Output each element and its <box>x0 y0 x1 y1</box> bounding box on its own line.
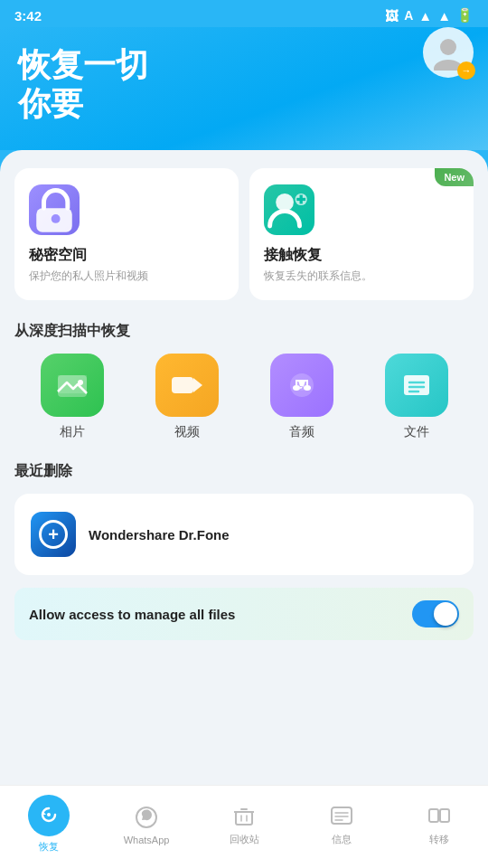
secret-space-icon-wrapper <box>29 184 224 235</box>
contact-restore-icon-wrapper <box>264 184 459 235</box>
status-time: 3:42 <box>14 8 42 24</box>
photos-label: 相片 <box>60 424 85 440</box>
drfone-info: Wondershare Dr.Fone <box>89 527 457 542</box>
restore-icon <box>38 805 60 826</box>
headline-line1: 恢复一切 <box>18 45 470 84</box>
nav-label-whatsapp: WhatsApp <box>124 835 170 845</box>
a-icon: A <box>404 8 413 23</box>
cards-row: 秘密空间 保护您的私人照片和视频 New 接触恢复 恢复丢失的联系信息。 <box>14 168 474 300</box>
status-bar: 3:42 🖼 A ▲ ▲ 🔋 <box>0 0 488 27</box>
audio-label: 音频 <box>289 424 314 440</box>
nav-item-restore[interactable]: 恢复 <box>22 795 76 854</box>
audio-icon-box: ♪ <box>270 354 333 417</box>
avatar-badge <box>457 61 475 80</box>
nav-label-transfer: 转移 <box>429 833 449 846</box>
svg-text:♪: ♪ <box>298 377 305 392</box>
video-icon <box>170 368 204 402</box>
headline-line2: 你要 <box>18 84 470 123</box>
messages-icon <box>328 802 355 829</box>
grid-item-audio[interactable]: ♪ 音频 <box>270 354 333 440</box>
grid-item-files[interactable]: 文件 <box>385 354 448 440</box>
secret-space-subtitle: 保护您的私人照片和视频 <box>29 269 224 284</box>
header: 恢复一切 你要 <box>0 27 488 150</box>
svg-point-4 <box>276 193 294 212</box>
secret-space-card[interactable]: 秘密空间 保护您的私人照片和视频 <box>14 168 239 300</box>
svg-point-0 <box>440 39 456 55</box>
svg-rect-29 <box>332 807 352 824</box>
nav-item-recycle[interactable]: 回收站 <box>217 802 271 846</box>
status-icons: 🖼 A ▲ ▲ 🔋 <box>385 7 474 24</box>
audio-icon: ♪ <box>285 368 319 402</box>
contact-restore-card[interactable]: New 接触恢复 恢复丢失的联系信息。 <box>249 168 474 300</box>
signal-icon: ▲ <box>437 8 451 24</box>
video-label: 视频 <box>174 424 200 440</box>
recycle-icon <box>230 802 258 829</box>
drfone-logo-inner <box>39 520 68 549</box>
nav-label-messages: 信息 <box>332 833 352 846</box>
drfone-logo <box>31 512 76 557</box>
drfone-card: Wondershare Dr.Fone <box>14 494 474 575</box>
recently-deleted-title: 最近删除 <box>14 462 474 481</box>
avatar-container[interactable] <box>423 27 474 78</box>
nav-label-restore: 恢复 <box>39 840 59 854</box>
permission-row: Allow access to manage all files <box>14 588 474 640</box>
photos-icon <box>55 368 89 402</box>
files-icon-box <box>385 354 448 417</box>
svg-marker-11 <box>193 378 202 392</box>
deep-scan-title: 从深度扫描中恢复 <box>14 322 474 341</box>
files-label: 文件 <box>404 424 429 440</box>
svg-point-3 <box>52 214 61 223</box>
contact-restore-subtitle: 恢复丢失的联系信息。 <box>264 269 459 284</box>
main-content: 秘密空间 保护您的私人照片和视频 New 接触恢复 恢复丢失的联系信息。 <box>0 150 488 801</box>
nav-label-recycle: 回收站 <box>230 833 259 846</box>
lock-icon <box>29 184 80 235</box>
files-icon <box>399 368 434 402</box>
nav-item-whatsapp[interactable]: WhatsApp <box>119 804 174 845</box>
svg-rect-34 <box>440 809 449 822</box>
nav-item-transfer[interactable]: 转移 <box>412 802 466 846</box>
grid-item-video[interactable]: 视频 <box>155 354 219 440</box>
permission-toggle[interactable] <box>412 600 459 627</box>
permission-text: Allow access to manage all files <box>29 607 412 622</box>
new-badge: New <box>435 168 474 186</box>
svg-rect-24 <box>236 812 252 825</box>
contact-icon <box>264 184 314 235</box>
drfone-name: Wondershare Dr.Fone <box>89 527 457 542</box>
battery-icon: 🔋 <box>456 7 474 24</box>
nav-item-messages[interactable]: 信息 <box>314 802 369 846</box>
restore-icon-bg <box>28 795 70 836</box>
photos-icon-box <box>41 354 104 417</box>
transfer-icon <box>426 802 453 829</box>
headline: 恢复一切 你要 <box>18 45 470 123</box>
svg-point-22 <box>47 813 51 816</box>
wifi-icon: ▲ <box>418 8 432 24</box>
whatsapp-icon <box>133 804 160 831</box>
avatar[interactable] <box>423 27 474 78</box>
recently-deleted-section: 最近删除 Wondershare Dr.Fone Allow access to… <box>14 462 474 640</box>
contact-restore-title: 接触恢复 <box>264 246 459 265</box>
svg-rect-33 <box>429 809 438 822</box>
video-icon-box <box>155 354 219 417</box>
bottom-nav: 恢复 WhatsApp 回收站 <box>0 785 488 868</box>
svg-rect-10 <box>172 377 193 393</box>
gallery-icon: 🖼 <box>385 8 399 24</box>
deep-scan-grid: 相片 视频 ♪ <box>14 354 474 440</box>
grid-item-photos[interactable]: 相片 <box>41 354 104 440</box>
secret-space-title: 秘密空间 <box>29 246 224 265</box>
